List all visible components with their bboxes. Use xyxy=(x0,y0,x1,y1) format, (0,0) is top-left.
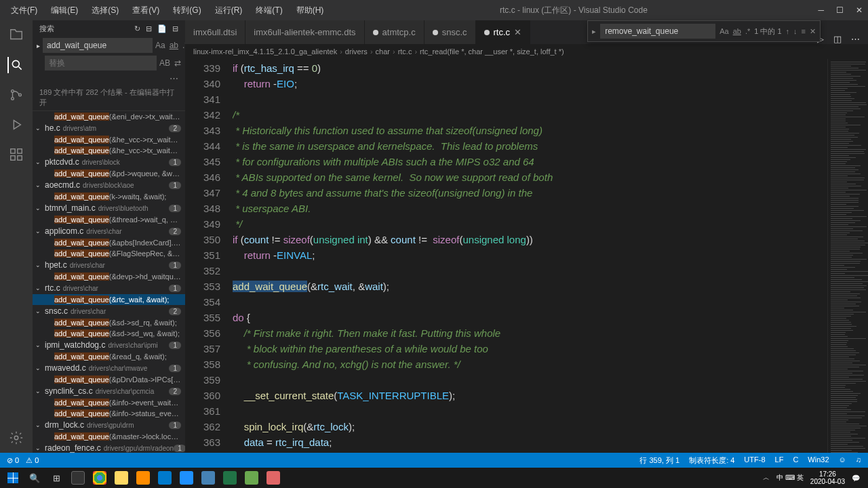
tree-match[interactable]: add_wait_queue(&pd->wqueue, &wait); xyxy=(33,168,185,179)
minimap[interactable] xyxy=(827,59,868,453)
refresh-icon[interactable]: ↻ xyxy=(134,24,140,33)
explorer-task-icon[interactable] xyxy=(111,468,132,487)
tree-match[interactable]: add_wait_queue(&devp->hd_waitqueue, &wai… xyxy=(33,271,185,282)
minimize-icon[interactable]: ─ xyxy=(818,5,824,15)
search-input[interactable] xyxy=(43,38,153,53)
close-icon[interactable]: ✕ xyxy=(856,5,863,15)
start-icon[interactable] xyxy=(3,468,23,487)
extensions-icon[interactable] xyxy=(8,146,24,163)
menu-item[interactable]: 终端(T) xyxy=(250,2,288,19)
collapse-icon[interactable]: ⊟ xyxy=(172,24,178,33)
status-item[interactable]: ♫ xyxy=(856,455,861,466)
editor-tab[interactable]: rtc.c✕ xyxy=(476,20,531,44)
search-nav-icon[interactable] xyxy=(7,57,24,73)
find-close-icon[interactable]: ✕ xyxy=(810,27,816,36)
replace-input[interactable] xyxy=(45,56,157,70)
split-icon[interactable]: ◫ xyxy=(833,34,842,44)
explorer-icon[interactable] xyxy=(8,27,24,43)
editor-tab[interactable]: atmtcp.c xyxy=(365,20,425,44)
tree-file[interactable]: ⌄synclink_cs.cdrivers\char\pcmcia2 xyxy=(33,385,185,397)
breadcrumb-item[interactable]: char xyxy=(376,47,390,56)
menu-item[interactable]: 运行(R) xyxy=(210,2,248,19)
tree-match[interactable]: add_wait_queue(&rtc_wait, &wait); xyxy=(33,294,185,305)
menu-item[interactable]: 选择(S) xyxy=(86,2,124,19)
preserve-case-icon[interactable]: AB xyxy=(159,58,170,68)
editor-tab[interactable]: imx6ull-alientek-emmc.dts xyxy=(245,20,364,44)
status-item[interactable]: UTF-8 xyxy=(744,455,765,466)
vscode-task-icon[interactable] xyxy=(155,468,175,487)
maximize-icon[interactable]: ☐ xyxy=(836,5,844,15)
tab-close-icon[interactable]: ✕ xyxy=(514,27,521,37)
taskview-icon[interactable]: ⊞ xyxy=(46,468,66,487)
tree-file[interactable]: ⌄btmrvl_main.cdrivers\bluetooth1 xyxy=(33,202,185,214)
status-item[interactable]: ☺ xyxy=(839,455,846,466)
menu-item[interactable]: 帮助(H) xyxy=(291,2,330,19)
app3-icon[interactable] xyxy=(198,468,218,487)
app2-icon[interactable] xyxy=(176,468,197,487)
status-item[interactable]: C xyxy=(793,455,798,466)
tree-file[interactable]: ⌄applicom.cdrivers\char2 xyxy=(33,225,185,237)
settings-gear-icon[interactable] xyxy=(8,430,24,446)
camera-icon[interactable] xyxy=(68,468,88,487)
scm-icon[interactable] xyxy=(8,87,24,103)
tray-ime[interactable]: 中 ⌨ 英 xyxy=(776,473,804,483)
whole-word-icon[interactable]: ab xyxy=(170,41,178,50)
breadcrumb-item[interactable]: rtc_read(file *, char __user *, size_t, … xyxy=(420,47,564,56)
tree-match[interactable]: add_wait_queue(&info->status_event_wait_… xyxy=(33,408,185,419)
excel-icon[interactable] xyxy=(220,468,240,487)
tree-match[interactable]: add_wait_queue(&he_vcc->tx_waitq, &wait)… xyxy=(33,145,185,156)
breadcrumb-item[interactable]: linux-imx-rel_imx_4.1.15_2.1.0_ga_alient… xyxy=(193,47,337,56)
breadcrumb-item[interactable]: drivers xyxy=(345,47,368,56)
find-regex-icon[interactable]: .* xyxy=(745,27,750,35)
menu-item[interactable]: 查看(V) xyxy=(127,2,165,19)
tree-file[interactable]: ⌄pktcdvd.cdrivers\block1 xyxy=(33,156,185,168)
tree-file[interactable]: ⌄hpet.cdrivers\char1 xyxy=(33,259,185,271)
tree-match[interactable]: add_wait_queue(&sd->sd_wq, &wait); xyxy=(33,328,185,339)
clear-icon[interactable]: ⊟ xyxy=(146,24,152,33)
code-content[interactable]: if (rtc_has_irq == 0) return -EIO; /* * … xyxy=(233,59,827,453)
app4-icon[interactable] xyxy=(241,468,262,487)
more-icon[interactable]: ⋯ xyxy=(851,34,860,44)
find-case-icon[interactable]: Aa xyxy=(719,27,728,35)
menu-item[interactable]: 转到(G) xyxy=(167,2,206,19)
tree-file[interactable]: ⌄rtc.cdrivers\char1 xyxy=(33,282,185,294)
status-item[interactable]: 行 359, 列 1 xyxy=(639,455,679,466)
tree-match[interactable]: add_wait_queue(&sd->sd_rq, &wait); xyxy=(33,317,185,328)
tree-match[interactable]: add_wait_queue(&pDrvData->IPCs[ipcnum].i… xyxy=(33,374,185,385)
status-item[interactable]: LF xyxy=(775,455,784,466)
tree-file[interactable]: ⌄ipmi_watchdog.cdrivers\char\ipmi1 xyxy=(33,339,185,351)
breadcrumb-item[interactable]: rtc.c xyxy=(398,47,412,56)
app1-icon[interactable] xyxy=(133,468,153,487)
status-item[interactable]: ⚠ 0 xyxy=(26,456,39,465)
status-item[interactable]: 制表符长度: 4 xyxy=(689,455,734,466)
tree-match[interactable]: add_wait_queue(&info->event_wait_q, &wai… xyxy=(33,397,185,408)
find-word-icon[interactable]: ab xyxy=(733,27,741,35)
tree-file[interactable]: ⌄aoecmd.cdrivers\block\aoe1 xyxy=(33,179,185,191)
editor-tab[interactable]: snsc.c xyxy=(425,20,476,44)
tray-notif-icon[interactable]: 💬 xyxy=(852,474,860,482)
find-next-icon[interactable]: ↓ xyxy=(793,27,797,35)
status-item[interactable]: Win32 xyxy=(808,455,829,466)
editor-tab[interactable]: imx6ull.dtsi xyxy=(185,20,245,44)
replace-all-icon[interactable]: ⇄ xyxy=(174,58,181,68)
tree-match[interactable]: add_wait_queue(&master->lock.lock_queue,… xyxy=(33,431,185,442)
tree-file[interactable]: ⌄radeon_fence.cdrivers\gpu\drm\radeon1 xyxy=(33,442,185,453)
tree-match[interactable]: add_wait_queue(&FlagSleepRec, &wait); xyxy=(33,248,185,259)
tree-file[interactable]: ⌄snsc.cdrivers\char2 xyxy=(33,305,185,317)
tree-match[interactable]: add_wait_queue(&he_vcc->rx_waitq, &wait)… xyxy=(33,134,185,145)
tree-file[interactable]: ⌄mwavedd.cdrivers\char\mwave1 xyxy=(33,362,185,374)
chrome-icon[interactable] xyxy=(90,468,110,487)
find-input[interactable] xyxy=(600,24,715,39)
tree-file[interactable]: ⌄he.cdrivers\atm2 xyxy=(33,122,185,134)
find-toggle-icon[interactable]: ▸ xyxy=(592,27,596,36)
tree-match[interactable]: add_wait_queue(&read_q, &wait); xyxy=(33,351,185,362)
debug-icon[interactable] xyxy=(8,117,24,133)
case-sensitive-icon[interactable]: Aa xyxy=(155,41,165,50)
tree-match[interactable]: add_wait_queue(&thread->wait_q, &wait); xyxy=(33,214,185,225)
tree-file[interactable]: ⌄drm_lock.cdrivers\gpu\drm1 xyxy=(33,419,185,431)
find-selection-icon[interactable]: ≡ xyxy=(802,27,806,35)
tree-match[interactable]: add_wait_queue(&apbs[IndexCard].FlagSlee… xyxy=(33,237,185,248)
menu-item[interactable]: 编辑(E) xyxy=(45,2,83,19)
tree-match[interactable]: add_wait_queue(k->waitq, &wait); xyxy=(33,191,185,202)
app5-icon[interactable] xyxy=(263,468,283,487)
